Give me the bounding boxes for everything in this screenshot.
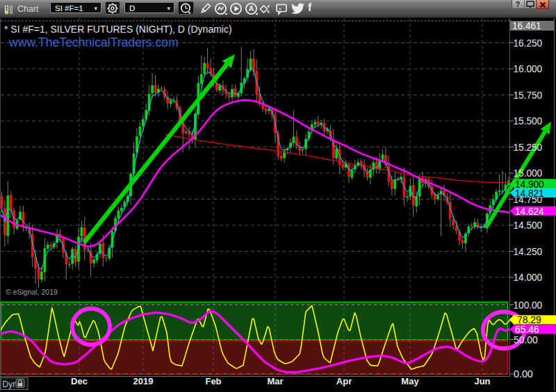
svg-text:15.250: 15.250 <box>514 141 543 153</box>
svg-text:May: May <box>401 376 419 386</box>
svg-text:© eSignal, 2019: © eSignal, 2019 <box>6 288 58 296</box>
svg-text:2019: 2019 <box>133 376 154 386</box>
svg-text:14.624: 14.624 <box>515 205 544 217</box>
svg-text:14.250: 14.250 <box>514 245 543 257</box>
svg-text:* SI #F=1, SILVER FUTURES (NIG: * SI #F=1, SILVER FUTURES (NIGHT), D (Dy… <box>4 24 232 35</box>
svg-text:16.461: 16.461 <box>512 19 541 31</box>
svg-text:Apr: Apr <box>336 376 352 386</box>
svg-text:15.000: 15.000 <box>514 167 543 179</box>
svg-text:50.00: 50.00 <box>514 334 538 345</box>
svg-text:100.00: 100.00 <box>514 299 543 311</box>
svg-text:15.500: 15.500 <box>514 115 543 126</box>
svg-text:Dyn: Dyn <box>3 379 17 389</box>
svg-text:14.500: 14.500 <box>514 219 543 231</box>
svg-text:www.TheTechnicalTraders.com: www.TheTechnicalTraders.com <box>8 35 179 49</box>
svg-text:A: A <box>249 4 254 13</box>
svg-text:15.750: 15.750 <box>514 89 543 101</box>
svg-text:16.250: 16.250 <box>514 37 543 49</box>
svg-text:14.000: 14.000 <box>514 271 543 283</box>
svg-text:16.000: 16.000 <box>514 63 543 74</box>
svg-text:14.821: 14.821 <box>515 187 544 199</box>
svg-text:Dec: Dec <box>71 376 88 386</box>
svg-text:65.46: 65.46 <box>515 323 539 335</box>
svg-text:Mar: Mar <box>267 376 283 386</box>
svg-text:Feb: Feb <box>205 376 221 386</box>
svg-text:0.00: 0.00 <box>514 368 533 379</box>
svg-text:Jun: Jun <box>474 376 490 386</box>
